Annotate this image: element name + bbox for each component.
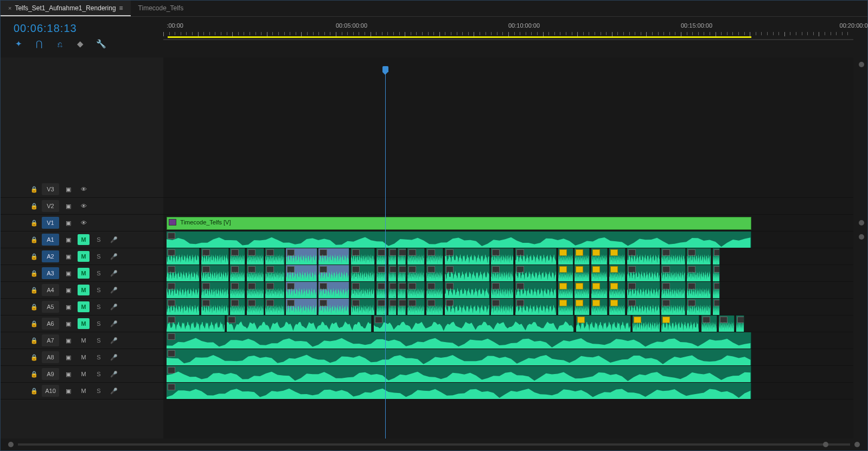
clip[interactable]: [167, 282, 200, 298]
lock-icon[interactable]: 🔒: [30, 304, 39, 311]
zoom-handle-mid2[interactable]: [859, 234, 864, 240]
tab-menu-icon[interactable]: ≡: [119, 4, 123, 12]
mute-button[interactable]: M: [78, 301, 90, 312]
clip[interactable]: [515, 265, 557, 281]
voice-icon[interactable]: 🎤: [108, 369, 120, 379]
clip[interactable]: [388, 248, 397, 265]
track-header-v3[interactable]: 🔒 V3 ▣👁: [1, 181, 163, 198]
track-row[interactable]: [163, 299, 853, 315]
mute-button[interactable]: M: [78, 318, 90, 329]
zoom-handle-top[interactable]: [859, 62, 864, 67]
clip[interactable]: [374, 315, 574, 332]
clip[interactable]: [661, 299, 686, 315]
clip[interactable]: [661, 248, 686, 265]
track-row[interactable]: [163, 248, 853, 265]
solo-button[interactable]: S: [93, 285, 105, 295]
track-header-a10[interactable]: 🔒 A10 ▣M S 🎤: [1, 383, 163, 400]
clip[interactable]: [426, 248, 444, 265]
clip[interactable]: [286, 299, 317, 315]
track-toggle-output-icon[interactable]: ▣: [62, 369, 74, 379]
clip[interactable]: [719, 315, 735, 332]
clip[interactable]: [398, 248, 406, 265]
clip[interactable]: [627, 282, 660, 298]
clip[interactable]: Timecode_Telfs [V]: [167, 217, 751, 230]
clip[interactable]: [230, 265, 245, 281]
track-row[interactable]: Timecode_Telfs [V]: [163, 215, 853, 231]
clip[interactable]: [201, 282, 229, 298]
track-toggle-output-icon[interactable]: ▣: [62, 217, 74, 228]
tab-inactive[interactable]: Timecode_Telfs: [131, 1, 192, 16]
track-header-a3[interactable]: 🔒 A3 ▣M S 🎤: [1, 265, 163, 282]
track-row[interactable]: [163, 349, 853, 366]
clip[interactable]: [491, 299, 514, 315]
clip[interactable]: [515, 248, 557, 265]
mute-button[interactable]: M: [78, 268, 90, 279]
clip[interactable]: [591, 265, 608, 281]
zoom-in-handle[interactable]: [854, 442, 860, 447]
clip[interactable]: [167, 315, 225, 332]
voice-icon[interactable]: 🎤: [108, 234, 120, 245]
clip[interactable]: [701, 315, 717, 332]
clip[interactable]: [167, 349, 751, 365]
clip[interactable]: [201, 248, 229, 265]
clip[interactable]: [318, 265, 349, 281]
clip[interactable]: [558, 265, 573, 281]
track-header-a1[interactable]: 🔒 A1 ▣M S 🎤: [1, 231, 163, 248]
track-toggle-output-icon[interactable]: ▣: [62, 201, 74, 211]
voice-icon[interactable]: 🎤: [108, 301, 120, 312]
lock-icon[interactable]: 🔒: [30, 236, 39, 243]
mute-button[interactable]: M: [78, 285, 90, 295]
clip[interactable]: [388, 265, 397, 281]
clip[interactable]: [265, 248, 285, 265]
clip[interactable]: [167, 231, 751, 248]
clip[interactable]: [167, 332, 751, 349]
lock-icon[interactable]: 🔒: [30, 270, 39, 277]
clip[interactable]: [736, 315, 744, 332]
solo-button[interactable]: S: [93, 335, 105, 346]
clip[interactable]: [633, 315, 660, 332]
track-label[interactable]: A10: [42, 385, 59, 397]
mute-button[interactable]: M: [78, 234, 90, 245]
solo-button[interactable]: S: [93, 352, 105, 363]
clip[interactable]: [713, 248, 720, 265]
linked-selection-icon[interactable]: ⎌: [55, 40, 65, 49]
clip[interactable]: [388, 299, 397, 315]
track-label[interactable]: A7: [42, 334, 59, 346]
close-icon[interactable]: ×: [8, 5, 11, 11]
clip[interactable]: [376, 299, 387, 315]
clip[interactable]: [247, 265, 264, 281]
lock-icon[interactable]: 🔒: [30, 354, 39, 361]
lock-icon[interactable]: 🔒: [30, 337, 39, 344]
clip[interactable]: [286, 248, 317, 265]
mute-button[interactable]: M: [78, 335, 90, 346]
track-label[interactable]: A5: [42, 301, 59, 313]
track-header-v2[interactable]: 🔒 V2 ▣👁: [1, 198, 163, 215]
playhead-timecode[interactable]: 00:06:18:13: [14, 22, 156, 35]
clip[interactable]: [627, 248, 660, 265]
lock-icon[interactable]: 🔒: [30, 203, 39, 210]
lock-icon[interactable]: 🔒: [30, 320, 39, 327]
tab-active[interactable]: × Telfs_Set1_Aufnahme1_Rendering ≡: [1, 1, 131, 16]
clip[interactable]: [318, 282, 349, 298]
solo-button[interactable]: S: [93, 251, 105, 262]
clip[interactable]: [687, 265, 711, 281]
track-row[interactable]: [163, 231, 853, 248]
clip[interactable]: [376, 265, 387, 281]
track-row[interactable]: [163, 282, 853, 299]
solo-button[interactable]: S: [93, 234, 105, 245]
eye-icon[interactable]: 👁: [78, 201, 90, 211]
track-header-v1[interactable]: 🔒 V1 ▣👁: [1, 215, 163, 231]
clip[interactable]: [318, 248, 349, 265]
mute-button[interactable]: M: [78, 352, 90, 363]
track-toggle-output-icon[interactable]: ▣: [62, 352, 74, 363]
lock-icon[interactable]: 🔒: [30, 220, 39, 227]
clip[interactable]: [230, 299, 245, 315]
track-row[interactable]: [163, 181, 853, 198]
settings-icon[interactable]: 🔧: [96, 39, 106, 49]
clip[interactable]: [407, 265, 425, 281]
zoom-out-handle[interactable]: [8, 442, 14, 447]
track-toggle-output-icon[interactable]: ▣: [62, 318, 74, 329]
clip[interactable]: [713, 282, 720, 298]
clip[interactable]: [713, 265, 720, 281]
lock-icon[interactable]: 🔒: [30, 287, 39, 294]
